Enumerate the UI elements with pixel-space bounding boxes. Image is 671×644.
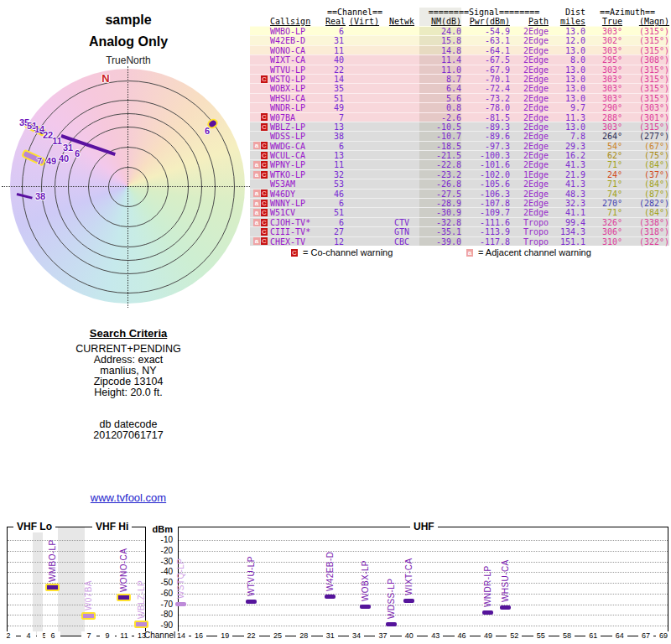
cell-nm: 11.0: [419, 65, 461, 74]
cell-netwk: [384, 132, 419, 140]
table-row: aCCJOH-TV*6CTV-32.8-111.6Tropo99.4326°(3…: [250, 217, 669, 226]
dbm-gridline: [8, 605, 145, 605]
cell-az-true: 326°: [585, 218, 622, 226]
channel-tick-label: 19: [217, 631, 232, 640]
cell-miles: 41.3: [549, 160, 585, 169]
cell-nm: -35.1: [419, 227, 461, 236]
cell-netwk: [384, 208, 419, 216]
cell-path: Tropo: [510, 237, 549, 246]
table-row: aCWTKO-LP32-23.2-102.01Edge21.924°(37°): [250, 169, 669, 179]
channel-tick-label: 46: [455, 631, 470, 640]
cell-az-true: 303°: [585, 94, 622, 102]
channel-tick-label: 61: [585, 631, 601, 640]
cell-callsign: W07BA: [270, 113, 325, 122]
cell-real: 49: [325, 103, 344, 112]
warning-badges: aC: [250, 142, 270, 150]
adjacent-channel-legend: a = Adjacent channel warning: [466, 247, 591, 257]
co-channel-legend-text: = Co-channel warning: [303, 247, 393, 257]
channel-tick-label: 7: [81, 631, 96, 640]
cell-az-true: 290°: [585, 103, 622, 112]
cell-netwk: [384, 142, 419, 150]
adjacent-warning-badge: a: [253, 200, 260, 207]
cell-nm: -10.5: [419, 122, 461, 131]
cell-virt: [344, 237, 384, 246]
warning-badges: C: [250, 113, 270, 122]
cell-virt: [344, 55, 384, 64]
cell-real: 6: [325, 142, 344, 150]
cell-callsign: WDSS-LP: [270, 132, 325, 140]
cell-callsign: WNDR-LP: [270, 103, 325, 112]
co-channel-warning-badge: C: [261, 209, 268, 216]
cell-az-magn: (84°): [622, 208, 669, 216]
cell-az-true: 306°: [585, 227, 622, 236]
header-azimuth-group: ==Azimuth==: [585, 8, 669, 17]
cell-pwr: -54.9: [461, 27, 510, 35]
adjacent-warning-badge: a: [253, 237, 260, 245]
cell-pwr: -89.3: [461, 122, 510, 131]
cell-path: Tropo: [510, 227, 549, 236]
cell-callsign: WMBO-LP: [270, 27, 325, 35]
report-title: sample: [0, 13, 257, 28]
cell-az-true: 302°: [585, 36, 622, 44]
cell-miles: 13.0: [549, 84, 585, 92]
cell-path: 2Edge: [510, 94, 549, 102]
cell-pwr: -81.5: [461, 113, 510, 122]
cell-az-magn: (37°): [622, 170, 669, 179]
table-row: CWSTQ-LP148.7-70.12Edge13.0303°(315°): [250, 74, 669, 83]
cell-pwr: -117.8: [461, 237, 510, 246]
signal-bar: [500, 605, 511, 610]
table-body: WMBO-LP624.0-54.92Edge13.0303°(315°)W42E…: [250, 26, 669, 246]
dbm-gridline: [179, 605, 668, 605]
cell-virt: [344, 36, 384, 44]
col-real: Real: [325, 17, 344, 26]
y-axis-title: dBm: [148, 524, 173, 534]
cell-real: 22: [325, 65, 344, 74]
channel-tick-label: 64: [612, 631, 627, 640]
cell-az-true: 310°: [585, 237, 622, 246]
cell-nm: -30.9: [419, 208, 461, 216]
channel-tick-label: 2: [1, 631, 16, 640]
tvfool-link[interactable]: www.tvfool.com: [91, 491, 166, 504]
signal-bar-callsign: WNDR-LP: [482, 565, 492, 606]
cell-netwk: [384, 199, 419, 207]
table-row: WHSU-CA515.6-73.22Edge13.0303°(315°): [250, 93, 669, 102]
cell-az-magn: (282°): [622, 199, 669, 207]
cell-az-true: 303°: [585, 75, 622, 83]
cell-netwk: [384, 160, 419, 169]
cell-real: 11: [325, 46, 344, 55]
cell-callsign: CJOH-TV*: [270, 218, 325, 226]
station-channel-label: 31: [63, 143, 73, 153]
cell-path: 2Edge: [510, 55, 549, 64]
table-row: WTVU-LP2211.0-67.92Edge13.0303°(315°): [250, 65, 669, 74]
cell-az-true: 288°: [585, 113, 622, 122]
warning-badges: aC: [250, 160, 270, 169]
col-path: Path: [510, 17, 549, 26]
adjacent-warning-badge: a: [253, 142, 260, 149]
cell-miles: 9.7: [549, 103, 585, 112]
cell-az-magn: (318°): [622, 227, 669, 236]
table-row: aCW46DY46-27.5-106.32Edge48.374°(87°): [250, 189, 669, 198]
channel-tick-label: 37: [375, 631, 390, 640]
cell-az-magn: (315°): [622, 75, 669, 83]
cell-miles: 11.3: [549, 113, 585, 122]
signal-bar: [386, 622, 397, 626]
dbm-gridline: [179, 551, 668, 552]
cell-az-magn: (75°): [622, 151, 669, 159]
cell-miles: 134.3: [549, 227, 585, 236]
nm-column-shade: [419, 8, 461, 26]
warning-badges: aC: [250, 190, 270, 198]
signal-bar: [45, 584, 60, 591]
header-dist-group: Dist: [549, 8, 585, 17]
cell-callsign: WONO-CA: [270, 46, 325, 55]
cell-netwk: [384, 36, 419, 44]
cell-az-true: 54°: [585, 142, 622, 150]
cell-nm: -22.8: [419, 160, 461, 169]
search-criteria-line: Height: 20.0 ft.: [28, 387, 229, 398]
co-channel-warning-badge: C: [261, 219, 268, 226]
channel-tick-label: 25: [270, 631, 285, 640]
cell-callsign: W46DY: [270, 190, 325, 198]
vhf-lo-label: VHF Lo: [13, 521, 55, 532]
cell-netwk: GTN: [384, 227, 419, 236]
cell-pwr: -105.6: [461, 179, 510, 188]
cell-real: 6: [325, 218, 344, 226]
